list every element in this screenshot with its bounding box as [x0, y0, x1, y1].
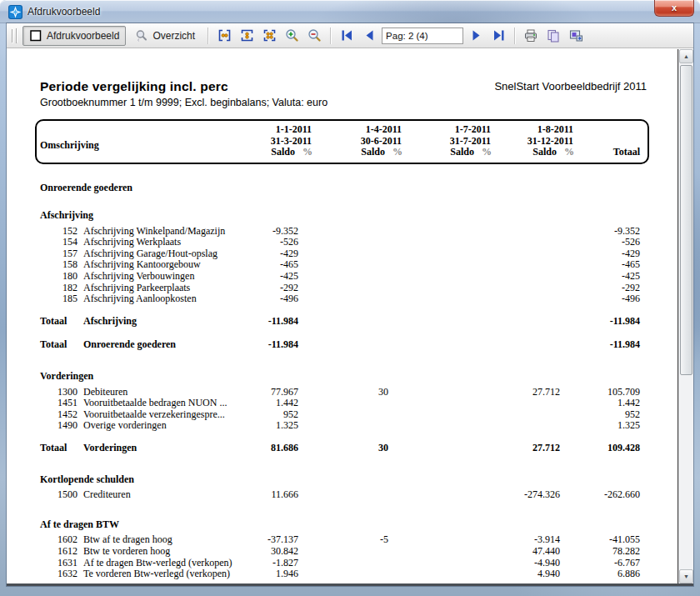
account-number: 1500 [37, 489, 78, 501]
saldo-value: 77.967 [242, 387, 298, 398]
saldo-value: -526 [242, 237, 298, 248]
percent-value [388, 534, 407, 546]
page-number-input[interactable] [382, 28, 463, 44]
zoom-out-button[interactable] [304, 26, 324, 46]
saldo-value [407, 568, 478, 580]
copy-button[interactable] [543, 26, 563, 46]
account-row: 1490Overige vorderingen1.3251.325 [37, 420, 648, 432]
percent-value [560, 546, 578, 558]
account-name: Afschrijving Kantoorgebouw [78, 259, 242, 271]
total-value: 105.709 [578, 387, 648, 398]
account-number: 1300 [37, 387, 78, 398]
period2-from: 1-4-2011 [317, 124, 407, 136]
saldo-header: Saldo [496, 147, 560, 158]
account-name: Vooruitbetaalde verzekeringespre... [78, 409, 242, 421]
scrollbar-down-button[interactable]: ▼ [679, 569, 693, 583]
account-name: Crediteuren [78, 489, 242, 501]
account-number: 1452 [37, 409, 78, 421]
saldo-value [407, 409, 478, 421]
percent-value [298, 409, 317, 421]
preview-toggle-button[interactable]: Afdrukvoorbeeld [22, 26, 126, 46]
account-number: 1612 [37, 546, 78, 558]
vertical-scrollbar[interactable]: ▲ ▼ [678, 49, 693, 583]
app-window: Afdrukvoorbeeld x Afdrukvoorbeeld Overzi [0, 0, 700, 596]
saldo-value [317, 398, 388, 409]
close-button[interactable]: x [654, 0, 694, 17]
window-client-area: Afdrukvoorbeeld Overzicht [7, 23, 693, 586]
saldo-value: 4.940 [496, 568, 560, 580]
account-row: 180Afschrijving Verbouwingen-425-425 [37, 271, 648, 283]
zoom-out-icon [308, 28, 322, 43]
toolbar-grip[interactable] [12, 28, 17, 43]
overview-button[interactable]: Overzicht [128, 26, 202, 46]
percent-value [298, 420, 317, 432]
total-value: -9.352 [578, 226, 648, 238]
print-button[interactable] [521, 26, 541, 46]
overview-icon [135, 29, 148, 43]
account-name: Btw af te dragen hoog [78, 534, 242, 546]
account-name: Afschrijving Werkplaats [78, 237, 242, 248]
total-value: 1.442 [578, 398, 648, 409]
prev-page-icon [363, 29, 376, 42]
percent-value [478, 339, 496, 351]
fit-height-button[interactable] [237, 26, 257, 46]
saldo-value [496, 398, 560, 409]
percent-value [388, 398, 407, 409]
percent-value [388, 283, 407, 294]
scrollbar-up-button[interactable]: ▲ [679, 49, 693, 63]
first-page-button[interactable] [337, 26, 357, 46]
saldo-value [317, 420, 388, 432]
account-name: Af te dragen Btw-verlegd (verkopen) [78, 558, 242, 569]
first-page-icon [341, 29, 353, 42]
titlebar[interactable]: Afdrukvoorbeeld x [0, 0, 700, 23]
percent-value [478, 316, 496, 328]
account-name: Vooruitbetaalde bedragen NUON ... [78, 398, 242, 409]
percent-value [560, 534, 578, 546]
period1-to: 31-3-2011 [242, 136, 317, 148]
saldo-value: -9.352 [242, 226, 298, 238]
section-heading: Vorderingen [37, 371, 648, 383]
zoom-in-button[interactable] [282, 26, 302, 46]
next-page-button[interactable] [466, 26, 486, 46]
saldo-value [317, 558, 388, 569]
percent-value [388, 226, 407, 238]
account-number: 157 [37, 248, 78, 260]
percent-value [388, 420, 407, 432]
fit-height-icon [240, 28, 254, 43]
percent-value [478, 259, 496, 271]
period3-from: 1-7-2011 [407, 124, 496, 136]
scrollbar-thumb[interactable] [680, 65, 692, 375]
total-word: Totaal [37, 443, 78, 454]
fit-page-button[interactable] [259, 26, 279, 46]
percent-value [560, 237, 578, 248]
period4-from: 1-8-2011 [496, 124, 578, 136]
percent-value [560, 420, 578, 432]
percent-value [560, 409, 578, 421]
fit-width-button[interactable] [214, 26, 234, 46]
percent-value [298, 443, 317, 454]
export-button[interactable] [566, 26, 586, 46]
percent-value [298, 558, 317, 569]
toolbar: Afdrukvoorbeeld Overzicht [7, 23, 693, 48]
saldo-header: Saldo [407, 147, 478, 158]
percent-value [478, 489, 496, 501]
section-heading: Af te dragen BTW [37, 519, 648, 531]
percent-value [560, 293, 578, 305]
saldo-value [407, 248, 478, 260]
window-title: Afdrukvoorbeeld [28, 6, 100, 18]
account-name: Btw te vorderen hoog [78, 546, 242, 558]
percent-value [560, 398, 578, 409]
percent-value [298, 248, 317, 260]
toolbar-separator [330, 28, 331, 44]
account-name: Afschrijving Winkelpand/Magazijn [78, 226, 242, 238]
percent-value [388, 293, 407, 305]
period1-from: 1-1-2011 [242, 124, 317, 136]
saldo-value [317, 283, 388, 294]
last-page-button[interactable] [488, 26, 508, 46]
saldo-value [496, 283, 560, 294]
saldo-value: 1.325 [242, 420, 298, 432]
total-name: Vorderingen [78, 443, 242, 454]
prev-page-button[interactable] [359, 26, 379, 46]
account-row: 1500Crediteuren11.666-274.326-262.660 [37, 489, 648, 501]
percent-value [298, 283, 317, 294]
